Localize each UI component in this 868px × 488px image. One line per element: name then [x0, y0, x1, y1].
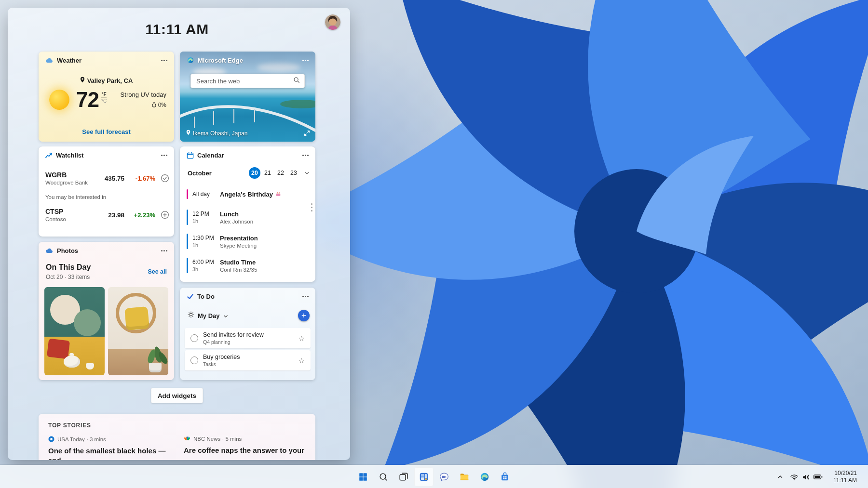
stock-change: -1.67% — [124, 175, 155, 182]
complete-task-radio[interactable] — [190, 334, 198, 342]
calendar-events-list: All day Angela's Birthday 12 PM 1h Lunc — [187, 187, 307, 277]
story-headline: Are coffee naps the answer to your — [184, 446, 306, 455]
task-view-button[interactable] — [394, 467, 413, 487]
todo-list-selector[interactable]: My Day + — [188, 310, 310, 321]
on-this-day-heading: On This Day — [46, 263, 91, 272]
stock-company: Woodgrove Bank — [45, 180, 93, 185]
battery-icon — [814, 474, 823, 480]
todo-widget[interactable]: To Do My Day + Send invites for review Q… — [180, 288, 315, 380]
weather-location-label: Valley Park, CA — [87, 77, 133, 84]
chevron-down-icon — [223, 311, 228, 320]
calendar-date-strip: October 20 21 22 23 — [188, 167, 312, 179]
ellipsis-icon — [305, 155, 306, 156]
photos-widget[interactable]: Photos On This Day Oct 20 · 33 items See… — [39, 242, 174, 380]
chat-button[interactable] — [434, 467, 454, 487]
added-check-icon[interactable] — [161, 174, 169, 183]
start-button[interactable] — [353, 467, 373, 487]
calendar-event[interactable]: All day Angela's Birthday — [187, 187, 307, 201]
photos-title: Photos — [57, 247, 78, 254]
see-full-forecast-link[interactable]: See full forecast — [39, 128, 174, 135]
see-all-link[interactable]: See all — [148, 268, 167, 275]
edge-more-options-button[interactable] — [298, 54, 312, 66]
photos-more-options-button[interactable] — [157, 244, 171, 257]
task-row[interactable]: Send invites for review Q4 planning ☆ — [185, 328, 311, 348]
stock-row[interactable]: WGRB Woodgrove Bank 435.75 -1.67% — [45, 169, 169, 188]
news-story[interactable]: NBC News · 5 mins Are coffee naps the an… — [184, 436, 306, 460]
edge-button[interactable] — [475, 467, 494, 487]
ellipsis-icon — [163, 155, 165, 156]
calendar-icon — [187, 152, 194, 159]
weather-header: Weather — [39, 52, 174, 69]
temperature-unit-toggle[interactable]: °F °C — [101, 91, 107, 104]
search-input[interactable] — [196, 78, 290, 85]
todo-task-list: Send invites for review Q4 planning ☆ Bu… — [185, 328, 311, 372]
calendar-event[interactable]: 6:00 PM 3h Studio Time Conf Rm 32/35 — [187, 253, 307, 277]
droplet-icon — [152, 102, 156, 109]
weather-current: 72 °F °C Strong UV today 0% — [49, 88, 166, 111]
search-icon — [293, 77, 300, 85]
task-row[interactable]: Buy groceries Tasks ☆ — [185, 350, 311, 370]
task-list-label: Tasks — [203, 361, 293, 367]
network-volume-battery-button[interactable] — [787, 467, 826, 487]
event-title: Angela's Birthday — [220, 191, 273, 198]
weather-widget[interactable]: Weather Valley Park, CA 72 °F °C Strong … — [39, 52, 174, 142]
edge-search-box[interactable] — [190, 74, 305, 88]
chevron-up-icon — [777, 474, 783, 480]
add-stock-icon[interactable] — [161, 211, 169, 219]
day-chip[interactable]: 22 — [275, 167, 286, 179]
todo-more-options-button[interactable] — [298, 290, 312, 303]
edge-logo-icon — [187, 56, 194, 64]
avatar-image — [325, 14, 340, 30]
chevron-down-icon[interactable] — [302, 168, 312, 178]
add-task-button[interactable]: + — [298, 310, 310, 321]
edge-caption-label: Ikema Ohashi, Japan — [193, 130, 247, 137]
system-tray: 10/20/21 11:11 AM — [774, 467, 865, 487]
stock-symbol: WGRB — [45, 171, 93, 179]
stock-change: +2.23% — [124, 211, 155, 219]
hidden-icons-button[interactable] — [774, 467, 787, 487]
watchlist-more-options-button[interactable] — [157, 149, 171, 161]
day-chip[interactable]: 23 — [288, 167, 299, 179]
weather-more-options-button[interactable] — [157, 54, 171, 66]
widgets-button[interactable] — [414, 467, 434, 487]
day-chip-selected[interactable]: 20 — [249, 167, 260, 179]
ellipsis-icon — [305, 296, 306, 297]
todo-check-icon — [187, 293, 194, 300]
search-button[interactable] — [374, 467, 393, 487]
calendar-widget[interactable]: Calendar October 20 21 22 23 All day Ang… — [180, 146, 315, 282]
calendar-more-options-button[interactable] — [298, 149, 312, 161]
user-avatar[interactable] — [325, 14, 340, 30]
search-icon — [378, 472, 389, 482]
star-icon[interactable]: ☆ — [298, 356, 306, 365]
stock-row[interactable]: CTSP Contoso 23.98 +2.23% — [45, 205, 169, 224]
edge-icon — [479, 472, 490, 482]
watchlist-widget[interactable]: Watchlist WGRB Woodgrove Bank 435.75 -1.… — [39, 146, 174, 237]
taskbar-clock[interactable]: 10/20/21 11:11 AM — [826, 467, 865, 487]
event-color-bar — [187, 189, 188, 199]
birthday-cake-icon — [275, 191, 281, 198]
calendar-event[interactable]: 1:30 PM 1h Presentation Skype Meeting — [187, 229, 307, 253]
photo-thumbnail[interactable] — [108, 287, 168, 375]
todo-list-name: My Day — [198, 312, 220, 319]
ellipsis-icon — [163, 60, 165, 61]
weather-cloud-icon — [45, 57, 54, 63]
add-widgets-button[interactable]: Add widgets — [151, 388, 203, 403]
weather-location[interactable]: Valley Park, CA — [39, 77, 174, 84]
news-story[interactable]: USA Today · 3 mins One of the smallest b… — [48, 436, 170, 460]
stock-chart-icon — [45, 152, 53, 158]
file-explorer-button[interactable] — [455, 467, 474, 487]
calendar-event[interactable]: 12 PM 1h Lunch Alex Johnson — [187, 205, 307, 229]
store-button[interactable] — [495, 467, 515, 487]
edge-widget[interactable]: Microsoft Edge Ikema Ohashi, Japan — [180, 52, 315, 142]
complete-task-radio[interactable] — [190, 356, 198, 364]
folder-icon — [459, 472, 470, 482]
photos-subheader: On This Day Oct 20 · 33 items See all — [46, 263, 167, 280]
day-chip[interactable]: 21 — [262, 167, 273, 179]
expand-icon[interactable] — [304, 130, 310, 136]
photos-count-label: Oct 20 · 33 items — [46, 274, 91, 280]
calendar-title: Calendar — [197, 152, 224, 159]
star-icon[interactable]: ☆ — [298, 334, 306, 343]
month-label: October — [188, 170, 212, 177]
calendar-scrollbar[interactable] — [311, 203, 312, 211]
photo-thumbnail[interactable] — [44, 287, 105, 375]
